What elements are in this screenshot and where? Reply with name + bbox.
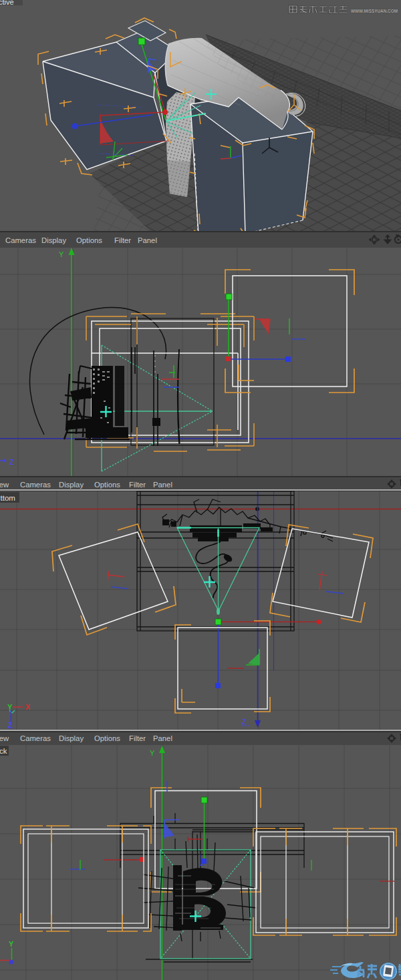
svg-text:Cameras: Cameras bbox=[20, 734, 51, 742]
svg-text:X: X bbox=[25, 703, 31, 711]
svg-text:Y: Y bbox=[7, 703, 13, 711]
svg-text:Y: Y bbox=[150, 749, 155, 757]
svg-text:Options: Options bbox=[94, 734, 120, 742]
svg-text:Panel: Panel bbox=[138, 236, 157, 244]
svg-text:Display: Display bbox=[41, 236, 66, 244]
svg-text:Z: Z bbox=[242, 718, 247, 726]
svg-text:ck: ck bbox=[0, 747, 7, 755]
svg-text:View: View bbox=[0, 734, 9, 742]
svg-text:Z: Z bbox=[8, 721, 13, 729]
svg-text:Panel: Panel bbox=[153, 481, 172, 489]
svg-text:Filter: Filter bbox=[129, 481, 146, 489]
svg-text:Z: Z bbox=[9, 458, 14, 466]
svg-text:Cameras: Cameras bbox=[20, 481, 51, 489]
svg-text:Filter: Filter bbox=[114, 236, 131, 244]
svg-text:WWW.MISSYUAN.COM: WWW.MISSYUAN.COM bbox=[351, 8, 398, 14]
svg-text:Display: Display bbox=[59, 481, 84, 489]
svg-text:Panel: Panel bbox=[153, 734, 172, 742]
svg-text:Options: Options bbox=[76, 236, 102, 244]
svg-text:Y: Y bbox=[9, 940, 14, 948]
svg-text:Y: Y bbox=[59, 250, 64, 258]
svg-text:Display: Display bbox=[59, 734, 84, 742]
svg-text:View: View bbox=[0, 481, 9, 489]
svg-text:Filter: Filter bbox=[129, 734, 146, 742]
svg-text:ttom: ttom bbox=[1, 494, 15, 502]
svg-text:ctive: ctive bbox=[0, 0, 14, 6]
svg-text:Options: Options bbox=[94, 481, 120, 489]
svg-text:Cameras: Cameras bbox=[5, 236, 36, 244]
